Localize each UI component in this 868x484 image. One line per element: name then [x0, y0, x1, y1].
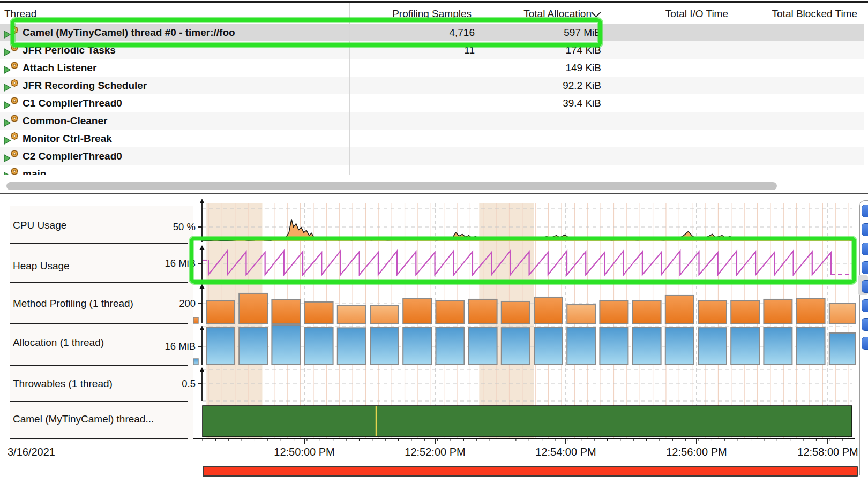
chart-action-button[interactable] [862, 205, 868, 217]
time-tick-label: 12:54:00 PM [507, 445, 625, 459]
method-profiling-bar [469, 299, 497, 323]
method-profiling-bar [567, 305, 595, 323]
time-axis-labels: 12:50:00 PM12:52:00 PM12:54:00 PM12:56:0… [193, 445, 861, 459]
method-profiling-bar [731, 301, 759, 323]
method-profiling-bar [239, 293, 267, 323]
allocation-bar [534, 328, 563, 365]
method-profiling-bar [698, 301, 727, 323]
chart-action-button[interactable] [862, 299, 868, 312]
annotation-heap-usage-chart [190, 237, 856, 284]
y-axis-arrow [200, 199, 205, 203]
allocation-bar [633, 328, 661, 365]
allocation-bar-edge-stub [193, 359, 198, 365]
allocation-bar [338, 328, 366, 365]
time-tick-label: 12:50:00 PM [245, 445, 363, 459]
annotation-selected-thread-row [11, 18, 602, 47]
method-profiling-bar [403, 299, 431, 323]
chart-action-button[interactable] [862, 261, 868, 274]
method-profiling-bar [206, 301, 235, 323]
allocation-bar [829, 333, 855, 365]
method-profiling-bar [665, 296, 694, 323]
allocation-bar [436, 328, 464, 365]
allocation-bar [206, 328, 235, 365]
method-profiling-bar [829, 303, 855, 323]
allocation-bar [403, 328, 431, 365]
method-profiling-bar [797, 298, 825, 323]
chart-action-button[interactable] [862, 223, 868, 236]
thread-profiler-window: ThreadProfiling SamplesTotal AllocationT… [0, 0, 868, 484]
chart-action-button[interactable] [862, 243, 868, 255]
method-profiling-bar [305, 302, 333, 323]
chart-action-button[interactable] [862, 318, 868, 331]
chart-action-button[interactable] [862, 337, 868, 350]
allocation-bar [567, 328, 595, 365]
time-tick-label: 12:56:00 PM [638, 445, 755, 459]
allocation-bar [272, 325, 300, 365]
allocation-bar [665, 328, 694, 365]
allocation-bar [731, 328, 759, 365]
allocation-bar [370, 328, 399, 365]
allocation-bar [239, 328, 267, 365]
method-profiling-bar [764, 299, 792, 323]
time-tick-label: 12:52:00 PM [376, 445, 494, 459]
method-profiling-bar [502, 301, 530, 323]
allocation-bar [305, 328, 333, 365]
allocation-bar [469, 328, 497, 365]
method-profiling-bar [600, 300, 628, 323]
method-profiling-bar [338, 306, 366, 323]
method-profiling-bar [370, 306, 399, 323]
method-profiling-bar [436, 300, 464, 323]
allocation-bar [502, 328, 530, 365]
time-tick-label: 12:58:00 PM [769, 445, 861, 459]
method-profiling-bar-edge-stub [193, 317, 198, 323]
thread-lifespan-span [203, 406, 852, 437]
allocation-bar [698, 328, 727, 365]
chart-action-button[interactable] [862, 280, 868, 293]
method-profiling-bar [272, 300, 300, 323]
y-axis-arrow [200, 284, 205, 289]
allocation-bar [797, 328, 825, 365]
allocation-bar [600, 328, 628, 365]
timeline-range-scrollbar[interactable] [203, 466, 858, 477]
allocation-bar [764, 328, 792, 365]
method-profiling-bar [633, 300, 661, 323]
method-profiling-bar [534, 297, 563, 323]
date-label: 3/16/2021 [8, 445, 55, 459]
